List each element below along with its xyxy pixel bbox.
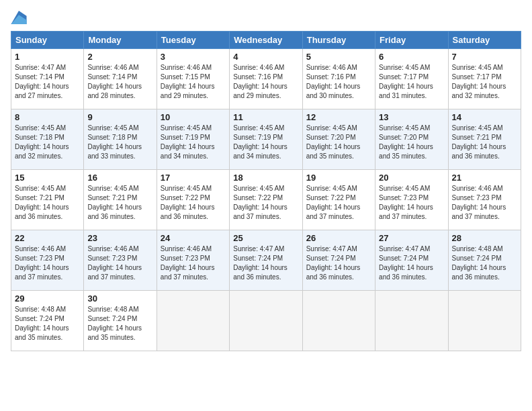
- calendar-day-cell: 21 Sunrise: 4:46 AMSunset: 7:23 PMDaylig…: [448, 170, 521, 230]
- day-number: 7: [452, 52, 517, 62]
- day-number: 13: [379, 112, 444, 122]
- calendar-day-cell: 28 Sunrise: 4:48 AMSunset: 7:24 PMDaylig…: [448, 230, 521, 291]
- day-info: Sunrise: 4:48 AMSunset: 7:24 PMDaylight:…: [452, 244, 517, 282]
- weekday-header-monday: Monday: [84, 32, 157, 49]
- day-info: Sunrise: 4:45 AMSunset: 7:21 PMDaylight:…: [15, 184, 80, 222]
- day-number: 2: [87, 52, 152, 62]
- calendar-week-row: 22 Sunrise: 4:46 AMSunset: 7:23 PMDaylig…: [11, 230, 521, 291]
- calendar-day-cell: 2 Sunrise: 4:46 AMSunset: 7:14 PMDayligh…: [84, 49, 157, 109]
- weekday-header-row: SundayMondayTuesdayWednesdayThursdayFrid…: [11, 32, 521, 49]
- calendar-day-cell: 15 Sunrise: 4:45 AMSunset: 7:21 PMDaylig…: [11, 170, 84, 230]
- day-info: Sunrise: 4:45 AMSunset: 7:17 PMDaylight:…: [379, 63, 444, 101]
- calendar-day-cell: 8 Sunrise: 4:45 AMSunset: 7:18 PMDayligh…: [11, 109, 84, 170]
- day-number: 22: [15, 233, 80, 243]
- calendar-day-cell: 23 Sunrise: 4:46 AMSunset: 7:23 PMDaylig…: [84, 230, 157, 291]
- day-info: Sunrise: 4:45 AMSunset: 7:22 PMDaylight:…: [233, 184, 298, 222]
- calendar-day-cell: [230, 291, 302, 351]
- day-number: 27: [379, 233, 444, 243]
- day-number: 3: [161, 52, 226, 62]
- calendar-day-cell: 3 Sunrise: 4:46 AMSunset: 7:15 PMDayligh…: [157, 49, 229, 109]
- day-number: 23: [87, 233, 152, 243]
- day-info: Sunrise: 4:45 AMSunset: 7:20 PMDaylight:…: [379, 124, 444, 161]
- calendar-day-cell: [375, 291, 448, 351]
- day-number: 28: [452, 233, 517, 243]
- calendar-day-cell: 5 Sunrise: 4:46 AMSunset: 7:16 PMDayligh…: [302, 49, 375, 109]
- calendar-week-row: 8 Sunrise: 4:45 AMSunset: 7:18 PMDayligh…: [11, 109, 521, 170]
- day-info: Sunrise: 4:45 AMSunset: 7:21 PMDaylight:…: [452, 124, 517, 161]
- calendar-table: SundayMondayTuesdayWednesdayThursdayFrid…: [11, 31, 521, 351]
- day-info: Sunrise: 4:46 AMSunset: 7:16 PMDaylight:…: [233, 63, 298, 101]
- day-number: 21: [452, 173, 517, 183]
- calendar-week-row: 29 Sunrise: 4:48 AMSunset: 7:24 PMDaylig…: [11, 291, 521, 351]
- day-info: Sunrise: 4:46 AMSunset: 7:23 PMDaylight:…: [161, 244, 226, 282]
- day-number: 12: [306, 112, 371, 122]
- day-info: Sunrise: 4:46 AMSunset: 7:23 PMDaylight:…: [15, 244, 80, 282]
- day-number: 5: [306, 52, 371, 62]
- calendar-day-cell: 30 Sunrise: 4:48 AMSunset: 7:24 PMDaylig…: [84, 291, 157, 351]
- day-info: Sunrise: 4:47 AMSunset: 7:24 PMDaylight:…: [233, 244, 298, 282]
- calendar-day-cell: 14 Sunrise: 4:45 AMSunset: 7:21 PMDaylig…: [448, 109, 521, 170]
- calendar-day-cell: 29 Sunrise: 4:48 AMSunset: 7:24 PMDaylig…: [11, 291, 84, 351]
- day-number: 1: [15, 52, 80, 62]
- day-info: Sunrise: 4:46 AMSunset: 7:14 PMDaylight:…: [87, 63, 152, 101]
- calendar-day-cell: 9 Sunrise: 4:45 AMSunset: 7:18 PMDayligh…: [84, 109, 157, 170]
- day-info: Sunrise: 4:47 AMSunset: 7:14 PMDaylight:…: [15, 63, 80, 101]
- day-info: Sunrise: 4:46 AMSunset: 7:15 PMDaylight:…: [161, 63, 226, 101]
- day-info: Sunrise: 4:46 AMSunset: 7:23 PMDaylight:…: [452, 184, 517, 222]
- day-number: 26: [306, 233, 371, 243]
- weekday-header-sunday: Sunday: [11, 32, 84, 49]
- calendar-day-cell: 16 Sunrise: 4:45 AMSunset: 7:21 PMDaylig…: [84, 170, 157, 230]
- day-info: Sunrise: 4:47 AMSunset: 7:24 PMDaylight:…: [379, 244, 444, 282]
- day-number: 6: [379, 52, 444, 62]
- weekday-header-thursday: Thursday: [302, 32, 375, 49]
- calendar-day-cell: 1 Sunrise: 4:47 AMSunset: 7:14 PMDayligh…: [11, 49, 84, 109]
- day-info: Sunrise: 4:48 AMSunset: 7:24 PMDaylight:…: [15, 305, 80, 342]
- logo-icon: [11, 11, 27, 24]
- calendar-day-cell: 13 Sunrise: 4:45 AMSunset: 7:20 PMDaylig…: [375, 109, 448, 170]
- calendar-day-cell: 6 Sunrise: 4:45 AMSunset: 7:17 PMDayligh…: [375, 49, 448, 109]
- day-number: 11: [233, 112, 298, 122]
- calendar-day-cell: [302, 291, 375, 351]
- day-info: Sunrise: 4:45 AMSunset: 7:19 PMDaylight:…: [233, 124, 298, 161]
- calendar-day-cell: [157, 291, 229, 351]
- day-info: Sunrise: 4:47 AMSunset: 7:24 PMDaylight:…: [306, 244, 371, 282]
- day-info: Sunrise: 4:46 AMSunset: 7:23 PMDaylight:…: [87, 244, 152, 282]
- day-number: 14: [452, 112, 517, 122]
- day-number: 4: [233, 52, 298, 62]
- weekday-header-tuesday: Tuesday: [157, 32, 229, 49]
- calendar-day-cell: 19 Sunrise: 4:45 AMSunset: 7:22 PMDaylig…: [302, 170, 375, 230]
- day-info: Sunrise: 4:45 AMSunset: 7:19 PMDaylight:…: [161, 124, 226, 161]
- calendar-day-cell: [448, 291, 521, 351]
- calendar-day-cell: 12 Sunrise: 4:45 AMSunset: 7:20 PMDaylig…: [302, 109, 375, 170]
- day-number: 30: [87, 293, 152, 304]
- calendar-day-cell: 17 Sunrise: 4:45 AMSunset: 7:22 PMDaylig…: [157, 170, 229, 230]
- day-info: Sunrise: 4:45 AMSunset: 7:22 PMDaylight:…: [161, 184, 226, 222]
- calendar-day-cell: 24 Sunrise: 4:46 AMSunset: 7:23 PMDaylig…: [157, 230, 229, 291]
- day-number: 18: [233, 173, 298, 183]
- day-number: 10: [161, 112, 226, 122]
- day-number: 8: [15, 112, 80, 122]
- day-info: Sunrise: 4:45 AMSunset: 7:20 PMDaylight:…: [306, 124, 371, 161]
- calendar-day-cell: 22 Sunrise: 4:46 AMSunset: 7:23 PMDaylig…: [11, 230, 84, 291]
- calendar-day-cell: 25 Sunrise: 4:47 AMSunset: 7:24 PMDaylig…: [230, 230, 302, 291]
- weekday-header-saturday: Saturday: [448, 32, 521, 49]
- calendar-day-cell: 7 Sunrise: 4:45 AMSunset: 7:17 PMDayligh…: [448, 49, 521, 109]
- day-number: 24: [161, 233, 226, 243]
- day-number: 17: [161, 173, 226, 183]
- calendar-day-cell: 4 Sunrise: 4:46 AMSunset: 7:16 PMDayligh…: [230, 49, 302, 109]
- calendar-day-cell: 20 Sunrise: 4:45 AMSunset: 7:23 PMDaylig…: [375, 170, 448, 230]
- day-info: Sunrise: 4:45 AMSunset: 7:21 PMDaylight:…: [87, 184, 152, 222]
- calendar-day-cell: 27 Sunrise: 4:47 AMSunset: 7:24 PMDaylig…: [375, 230, 448, 291]
- day-info: Sunrise: 4:45 AMSunset: 7:23 PMDaylight:…: [379, 184, 444, 222]
- day-number: 20: [379, 173, 444, 183]
- day-info: Sunrise: 4:48 AMSunset: 7:24 PMDaylight:…: [87, 305, 152, 342]
- day-info: Sunrise: 4:45 AMSunset: 7:22 PMDaylight:…: [306, 184, 371, 222]
- day-info: Sunrise: 4:45 AMSunset: 7:18 PMDaylight:…: [87, 124, 152, 161]
- day-info: Sunrise: 4:46 AMSunset: 7:16 PMDaylight:…: [306, 63, 371, 101]
- calendar-day-cell: 18 Sunrise: 4:45 AMSunset: 7:22 PMDaylig…: [230, 170, 302, 230]
- calendar-week-row: 1 Sunrise: 4:47 AMSunset: 7:14 PMDayligh…: [11, 49, 521, 109]
- day-info: Sunrise: 4:45 AMSunset: 7:17 PMDaylight:…: [452, 63, 517, 101]
- day-number: 19: [306, 173, 371, 183]
- calendar-day-cell: 26 Sunrise: 4:47 AMSunset: 7:24 PMDaylig…: [302, 230, 375, 291]
- weekday-header-friday: Friday: [375, 32, 448, 49]
